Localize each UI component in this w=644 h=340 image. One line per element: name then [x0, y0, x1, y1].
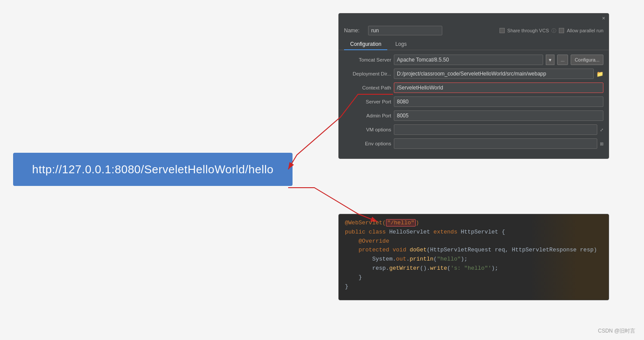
header-right: Share through VCS ⓘ Allow parallel run — [499, 27, 603, 34]
env-options-label: Env options — [344, 141, 391, 146]
code-content: @WebServlet("/hello") public class Hello… — [339, 214, 609, 295]
deployment-dir-label: Deployment Dir... — [344, 71, 391, 76]
vm-options-label: VM options — [344, 127, 391, 132]
tomcat-dropdown-arrow[interactable]: ▼ — [546, 55, 554, 65]
tomcat-server-label: Tomcat Server — [344, 57, 391, 62]
parallel-run-label: Allow parallel run — [567, 28, 603, 33]
code-line-5: System.out.println("hello"); — [345, 255, 603, 264]
admin-port-input[interactable] — [394, 110, 603, 121]
url-box: http://127.0.0.1:8080/ServeletHelloWorld… — [13, 153, 293, 186]
close-button[interactable]: × — [602, 15, 605, 21]
parallel-run-checkbox[interactable] — [559, 28, 564, 33]
code-line-8: } — [345, 282, 603, 292]
deployment-dir-input[interactable] — [394, 69, 594, 79]
context-path-row: Context Path — [344, 82, 603, 93]
deployment-dir-row: Deployment Dir... 📁 — [344, 69, 603, 79]
csdn-watermark: CSDN @旧时言 — [598, 327, 635, 335]
config-tabs: Configuration Logs — [339, 35, 609, 50]
share-vcs-checkbox[interactable] — [499, 28, 505, 33]
admin-port-label: Admin Port — [344, 113, 391, 118]
code-line-3: @Override — [345, 237, 603, 246]
code-line-2: public class HelloServlet extends HttpSe… — [345, 228, 603, 237]
url-text: http://127.0.0.1:8080/ServeletHelloWorld… — [32, 163, 274, 176]
server-port-row: Server Port — [344, 96, 603, 107]
tab-logs[interactable]: Logs — [389, 39, 413, 50]
config-panel: × Name: Share through VCS ⓘ Allow parall… — [338, 13, 609, 159]
code-panel: @WebServlet("/hello") public class Hello… — [338, 214, 609, 300]
code-line-4: protected void doGet(HttpServletRequest … — [345, 246, 603, 255]
env-options-row: Env options ⊞ — [344, 138, 603, 149]
tomcat-server-row: Tomcat Server ▼ ... Configura... — [344, 55, 603, 65]
name-input[interactable] — [368, 26, 442, 35]
env-expand-icon[interactable]: ⊞ — [600, 141, 603, 146]
tab-configuration[interactable]: Configuration — [344, 39, 387, 50]
context-path-input[interactable] — [394, 82, 603, 93]
code-line-7: } — [345, 273, 603, 282]
name-label: Name: — [344, 27, 359, 34]
tomcat-dots-button[interactable]: ... — [557, 55, 568, 65]
tomcat-server-input[interactable] — [394, 55, 543, 65]
vm-options-input[interactable] — [394, 124, 597, 135]
config-header: Name: Share through VCS ⓘ Allow parallel… — [339, 23, 609, 35]
admin-port-row: Admin Port — [344, 110, 603, 121]
server-port-input[interactable] — [394, 96, 603, 107]
code-line-6: resp.getWriter().write('s: "hello"'); — [345, 264, 603, 273]
share-vcs-label: Share through VCS — [507, 28, 549, 33]
context-path-label: Context Path — [344, 85, 391, 90]
code-line-1: @WebServlet("/hello") — [345, 219, 603, 228]
tomcat-configura-button[interactable]: Configura... — [571, 55, 603, 65]
vm-expand-icon[interactable]: ⤢ — [600, 127, 603, 132]
config-body: Tomcat Server ▼ ... Configura... Deploym… — [339, 50, 609, 158]
config-title-bar: × — [339, 14, 609, 23]
env-options-input[interactable] — [394, 138, 597, 149]
folder-icon[interactable]: 📁 — [596, 71, 603, 77]
vm-options-row: VM options ⤢ — [344, 124, 603, 135]
server-port-label: Server Port — [344, 99, 391, 104]
